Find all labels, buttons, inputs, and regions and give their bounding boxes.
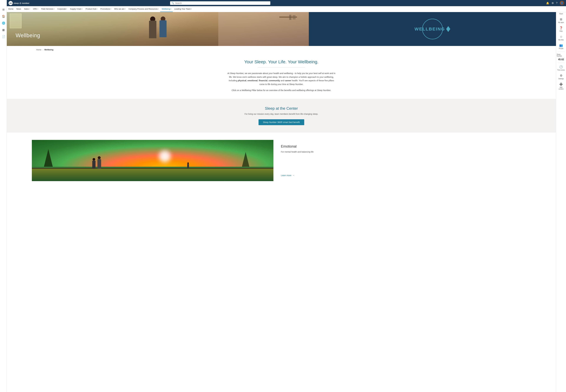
arrow-right-icon: → <box>292 174 295 177</box>
breadcrumb-separator: › <box>43 49 43 51</box>
breadcrumb-home[interactable]: Home <box>36 49 41 51</box>
search-input[interactable] <box>175 2 269 4</box>
hero-title: Wellbeing <box>16 32 40 39</box>
settings-label: Settings <box>558 78 564 80</box>
hero-banner: Wellbeing WELLBEING <box>7 12 556 46</box>
wellbeing-logo: WELLBEING <box>422 19 443 39</box>
sidebar-icon-document[interactable]: 📄 <box>0 33 7 40</box>
nav-label-crc: CRC <box>33 8 37 10</box>
pillar-physical: physical <box>238 79 246 82</box>
nav-item-who-we-are[interactable]: Who we are ▾ <box>113 6 127 12</box>
apps-icon: ⊞ <box>560 17 562 21</box>
sleep-number-badge: Sleep Number 45.62 <box>556 53 566 61</box>
click-note: Click on a Wellbeing Pillar below for an… <box>227 88 336 92</box>
page-headline: Your Sleep. Your Life. Your Wellbeing. <box>10 59 553 64</box>
top-bar: sn sleep @ number 🔍 🔔 ⚙ ? 👤 <box>0 0 566 6</box>
nav-item-news[interactable]: News <box>15 6 23 12</box>
intro-paragraph: At Sleep Number, we are passionate about… <box>227 71 336 86</box>
arrow-down-icon <box>446 29 450 32</box>
nav-item-sales[interactable]: Sales ▾ <box>23 6 31 12</box>
chevron-down-icon: ▾ <box>191 8 192 10</box>
nav-label-product-hub: Product Hub <box>86 8 96 10</box>
nav-label-company-process: Company Process and Resources <box>129 8 158 10</box>
nav-label-wellbeing: Wellbeing <box>162 8 170 10</box>
nav-bar: Home News Sales ▾ CRC ▾ Field Services ▾… <box>0 6 566 12</box>
nav-item-home[interactable]: Home <box>7 6 15 12</box>
sidebar-icon-apps[interactable]: ▦ <box>0 27 7 33</box>
nav-item-crc[interactable]: CRC ▾ <box>31 6 40 12</box>
settings-button[interactable]: ⚙ <box>551 2 554 5</box>
hero-text-section: Your Sleep. Your Life. Your Wellbeing. A… <box>7 54 556 99</box>
breadcrumb-current: Wellbeing <box>44 49 53 51</box>
nav-item-corporate[interactable]: Corporate ▾ <box>56 6 69 12</box>
pillar-career: career <box>285 79 291 82</box>
notifications-button[interactable]: 🔔 <box>546 2 549 5</box>
nav-label-corporate: Corporate <box>58 8 66 10</box>
emotional-heading: Emotional <box>281 144 547 148</box>
right-panel-time-zones[interactable]: 🕐 Time zones <box>557 64 566 72</box>
emotional-content: Emotional For mental health and balancin… <box>273 140 556 181</box>
nav-item-field-services[interactable]: Field Services ▾ <box>40 6 56 12</box>
learn-more-link[interactable]: Learn more → <box>281 174 547 177</box>
emotional-image <box>32 140 273 181</box>
sidebar-icon-globe[interactable]: 🌐 <box>0 20 7 27</box>
nav-item-supply-chain[interactable]: Supply Chain ▾ <box>69 6 84 12</box>
nav-label-supply-chain: Supply Chain <box>70 8 81 10</box>
main-content: Wellbeing WELLBEING Home › Wellbei <box>7 12 556 392</box>
my-apps-label: My apps <box>558 22 564 23</box>
help-label: Help <box>560 30 563 32</box>
nav-label-promotions: Promotions <box>100 8 110 10</box>
nav-label-home: Home <box>8 8 14 10</box>
search-icon: 🔍 <box>172 2 174 4</box>
chevron-down-icon: ▾ <box>158 8 159 10</box>
learn-more-text: Learn more <box>281 174 291 177</box>
chevron-down-icon: ▾ <box>38 8 38 10</box>
nav-item-promotions[interactable]: Promotions ▾ <box>99 6 113 12</box>
pillar-and: and <box>281 79 285 82</box>
hero-title-text: Wellbeing <box>16 32 40 38</box>
right-panel: ⚡ Flash ⊞ My apps ❓ Help ☆ My links 👥 Pe… <box>556 6 566 392</box>
flash-label: Flash <box>559 13 563 14</box>
help-icon: ❓ <box>559 26 563 30</box>
nav-item-leading-team[interactable]: Leading Your Team ▾ <box>173 6 193 12</box>
chevron-down-icon: ▾ <box>111 8 111 10</box>
wellbeing-circle: WELLBEING <box>422 19 443 39</box>
right-panel-settings[interactable]: ⚙ Settings <box>557 73 566 81</box>
nav-label-who-we-are: Who we are <box>114 8 124 10</box>
chevron-down-icon: ▾ <box>66 8 67 10</box>
emotional-section: Emotional For mental health and balancin… <box>7 133 556 188</box>
right-panel-help[interactable]: ❓ Help <box>557 25 566 33</box>
avatar[interactable]: 👤 <box>560 1 564 5</box>
chevron-down-icon: ▾ <box>54 8 55 10</box>
time-zones-label: Time zones <box>557 69 565 71</box>
pillar-financial: financial <box>259 79 268 82</box>
headline-divider <box>258 67 305 68</box>
nav-item-company-process[interactable]: Company Process and Resources ▾ <box>127 6 160 12</box>
right-panel-people[interactable]: 👥 People <box>557 42 566 51</box>
logo: sn sleep @ number <box>9 1 32 5</box>
wellbeing-text: WELLBEING <box>415 26 450 32</box>
sidebar-icon-home[interactable]: 🏠 <box>0 13 7 20</box>
hero-image-bg <box>7 12 309 46</box>
right-panel-my-apps[interactable]: ⊞ My apps <box>557 16 566 25</box>
star-icon: ☆ <box>560 35 563 38</box>
nav-item-product-hub[interactable]: Product Hub ▾ <box>84 6 99 12</box>
sidebar-icon-waffle[interactable]: ⊞ <box>0 6 7 13</box>
sleep-center-section: Sleep at the Center For living our missi… <box>7 99 556 133</box>
hero-right: WELLBEING <box>309 12 556 46</box>
right-panel-my-links[interactable]: ☆ My links <box>557 34 566 42</box>
wellbeing-arrow-icon <box>446 26 450 32</box>
pillar-community: community <box>269 79 280 82</box>
right-panel-add-content[interactable]: ➕ Add content <box>557 81 566 91</box>
sleep-number-value: 45.62 <box>558 58 564 61</box>
chevron-down-icon: ▾ <box>125 8 126 10</box>
nav-label-leading-team: Leading Your Team <box>174 8 191 10</box>
clock-icon: 🕐 <box>559 65 563 69</box>
nav-label-sales: Sales <box>24 8 29 10</box>
nav-item-wellbeing[interactable]: Wellbeing ▾ <box>160 6 173 12</box>
breadcrumb: Home › Wellbeing <box>7 46 556 54</box>
help-button[interactable]: ? <box>556 2 557 5</box>
people-label: People <box>559 48 563 49</box>
smart-bed-benefit-button[interactable]: Sleep Number 360® smart bed benefit <box>258 119 304 125</box>
sleep-number-label: Sleep Number <box>557 54 566 57</box>
